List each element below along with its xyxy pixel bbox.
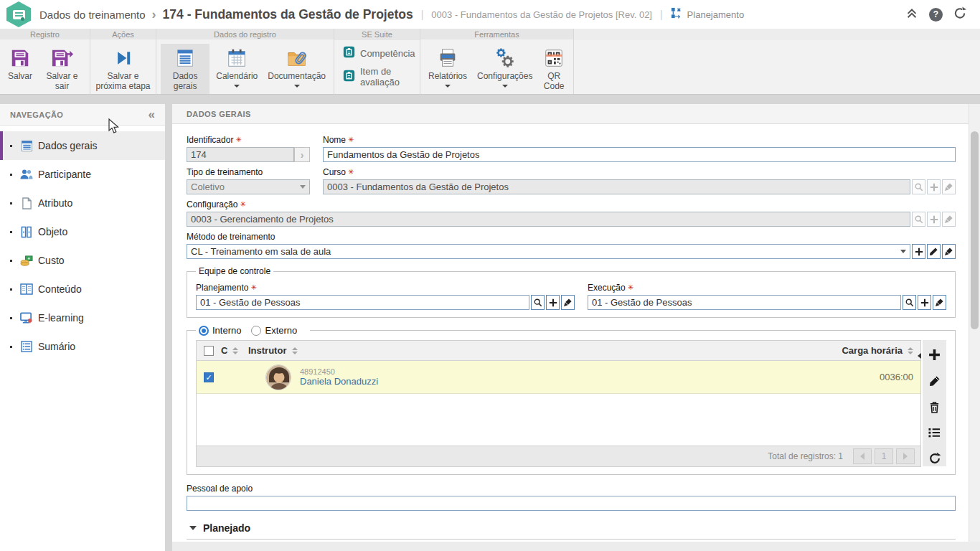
- bullet: [10, 288, 12, 291]
- collapse-triangle-icon: [189, 526, 197, 530]
- add-icon[interactable]: [918, 295, 931, 310]
- avatar: [265, 364, 291, 390]
- row-checkbox[interactable]: [204, 372, 214, 382]
- radio-interno[interactable]: [199, 326, 209, 336]
- scrollbar-track[interactable]: [969, 104, 980, 542]
- save-and-exit-button[interactable]: Salvar e sair: [39, 44, 85, 94]
- button-label: Salvar: [8, 72, 32, 82]
- add-icon: [927, 179, 941, 194]
- app-logo-icon[interactable]: [6, 1, 31, 27]
- chevron-down-icon: [900, 250, 906, 253]
- search-icon[interactable]: [903, 295, 916, 310]
- save-button[interactable]: Salvar: [4, 44, 36, 84]
- edit-pencil-icon[interactable]: [927, 244, 941, 259]
- column-header-carga[interactable]: Carga horária: [842, 345, 903, 356]
- clear-brush-icon[interactable]: [942, 244, 956, 259]
- sidebar-item-elearning[interactable]: E-learning: [0, 303, 165, 332]
- prev-page-button[interactable]: [853, 448, 872, 464]
- settings-button[interactable]: Configurações: [473, 44, 536, 90]
- ribbon-group-acoes: Ações Salvar e próxima etapa: [90, 29, 156, 94]
- sidebar-item-label: Conteúdo: [38, 283, 82, 295]
- delete-row-button[interactable]: [929, 401, 940, 416]
- competence-badge-icon: [343, 46, 355, 60]
- button-label: Item de avaliação: [360, 66, 411, 88]
- search-icon: [912, 212, 925, 227]
- collapse-ribbon-icon[interactable]: [905, 6, 918, 22]
- sidebar-item-label: Custo: [38, 255, 65, 266]
- calendar-button[interactable]: Calendário: [212, 44, 261, 90]
- column-header-c[interactable]: C: [221, 345, 227, 356]
- qr-code-button[interactable]: QR Code: [539, 44, 569, 94]
- sidebar-item-sumario[interactable]: Sumário: [0, 332, 165, 361]
- group-label: Ações: [90, 29, 156, 39]
- gears-icon: [494, 46, 516, 70]
- field-label: Execução: [588, 283, 626, 293]
- reports-button[interactable]: Relatórios: [425, 44, 471, 90]
- item-avaliacao-button[interactable]: Item de avaliação: [343, 66, 411, 88]
- instructor-name[interactable]: Daniela Donaduzzi: [300, 376, 378, 387]
- sidebar-item-participante[interactable]: Participante: [0, 160, 165, 189]
- sort-icon[interactable]: [292, 347, 298, 354]
- nome-field[interactable]: [323, 147, 956, 162]
- workflow-icon: [671, 7, 683, 22]
- clear-brush-icon[interactable]: [933, 295, 946, 310]
- ribbon-toolbar: Registro Salvar Salvar e sair Ações: [0, 29, 980, 95]
- curso-field: [323, 179, 910, 194]
- scrollbar-thumb[interactable]: [971, 131, 979, 329]
- sort-icon[interactable]: [908, 347, 913, 354]
- expand-arrow-button[interactable]: ›: [294, 147, 310, 162]
- metodo-treinamento-select[interactable]: CL - Treinamento em sala de aula: [187, 244, 910, 259]
- select-all-checkbox[interactable]: [204, 346, 214, 356]
- sidebar-collapse-icon[interactable]: «: [149, 108, 155, 122]
- save-next-step-button[interactable]: Salvar e próxima etapa: [92, 44, 155, 94]
- sidebar-item-dados-gerais[interactable]: Dados gerais: [0, 131, 165, 160]
- breadcrumb-root[interactable]: Dados do treinamento: [39, 9, 146, 21]
- equipe-de-controle-fieldset: Equipe de controle Planejamento: [187, 266, 956, 318]
- ribbon-filler: [574, 29, 980, 94]
- sort-icon[interactable]: [232, 347, 238, 354]
- bullet: [10, 202, 12, 204]
- refresh-icon[interactable]: [953, 6, 967, 23]
- summary-list-icon: [19, 341, 34, 352]
- add-icon[interactable]: [546, 295, 560, 310]
- edit-row-button[interactable]: [929, 375, 941, 390]
- sidebar-item-atributo[interactable]: Atributo: [0, 189, 165, 217]
- group-label: Registro: [0, 29, 90, 39]
- search-icon[interactable]: [531, 295, 545, 310]
- current-page-button[interactable]: 1: [875, 448, 893, 464]
- identificador-field: [187, 147, 294, 162]
- planejamento-field[interactable]: [196, 295, 529, 310]
- pessoal-apoio-field[interactable]: [187, 496, 956, 511]
- planejado-section-header[interactable]: Planejado: [187, 522, 956, 540]
- table-row[interactable]: 48912450 Daniela Donaduzzi 0036:00: [197, 361, 920, 394]
- button-label: Salvar e próxima etapa: [95, 72, 151, 92]
- group-label: Dados do registro: [156, 29, 334, 39]
- sidebar-item-conteudo[interactable]: Conteúdo: [0, 275, 165, 303]
- mouse-cursor: [108, 118, 122, 137]
- button-label: QR Code: [542, 72, 565, 92]
- select-value: CL - Treinamento em sala de aula: [191, 246, 331, 257]
- refresh-table-button[interactable]: [928, 452, 941, 468]
- required-icon: [628, 284, 633, 291]
- help-icon[interactable]: ?: [929, 8, 943, 22]
- sidebar-item-label: Participante: [38, 169, 91, 180]
- instructor-id: 48912450: [300, 367, 378, 376]
- next-page-button[interactable]: [896, 448, 915, 464]
- list-view-button[interactable]: [928, 428, 941, 441]
- add-row-button[interactable]: [928, 349, 941, 364]
- sidebar-item-custo[interactable]: Custo: [0, 246, 165, 275]
- identificador-label-row: Identificador: [187, 135, 310, 145]
- column-header-instrutor[interactable]: Instrutor: [248, 345, 286, 356]
- competencia-button[interactable]: Competência: [343, 46, 415, 60]
- clear-brush-icon: [942, 212, 956, 227]
- documentation-button[interactable]: Documentação: [264, 44, 329, 90]
- add-icon[interactable]: [912, 244, 925, 259]
- field-label: Método de treinamento: [187, 232, 275, 242]
- radio-externo[interactable]: [251, 326, 261, 336]
- general-data-button[interactable]: Dados gerais: [161, 44, 209, 94]
- execucao-field[interactable]: [588, 295, 901, 310]
- sidebar-item-objeto[interactable]: Objeto: [0, 217, 165, 246]
- required-icon: [240, 201, 245, 208]
- evaluation-badge-icon: [343, 70, 355, 84]
- clear-brush-icon[interactable]: [561, 295, 575, 310]
